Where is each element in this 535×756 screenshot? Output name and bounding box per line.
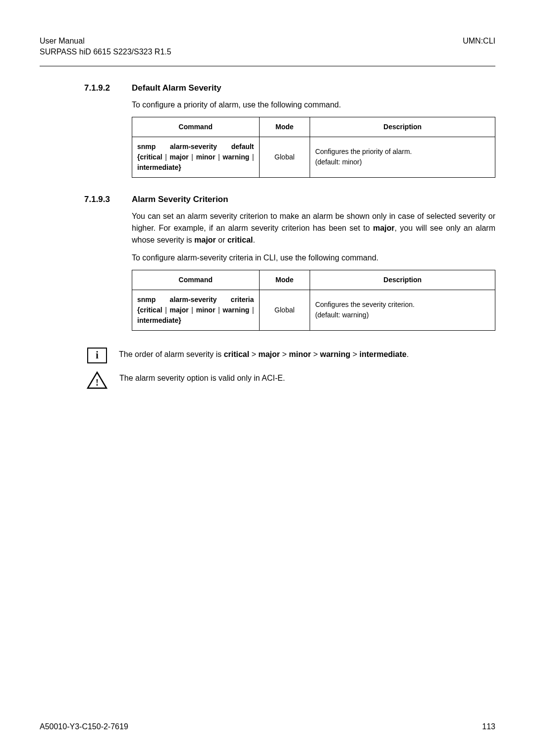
section-alarm-severity-criterion: 7.1.9.3 Alarm Severity Criterion You can… <box>84 195 495 331</box>
footer-docid: A50010-Y3-C150-2-7619 <box>40 722 128 731</box>
cmd-sep: | <box>215 153 223 161</box>
info-icon: i <box>87 348 107 363</box>
page-footer: A50010-Y3-C150-2-7619 113 <box>40 722 495 731</box>
command-table: Command Mode Description snmp alarm-seve… <box>132 117 495 178</box>
cmd-text: intermediate} <box>137 163 181 171</box>
cmd-text: major <box>170 306 189 314</box>
info-note: i The order of alarm severity is critica… <box>84 348 495 363</box>
cmd-sep: | <box>215 306 223 314</box>
th-description: Description <box>310 270 495 290</box>
bold-term: major <box>258 350 280 358</box>
description-cell: Configures the priority of alarm. (defau… <box>310 137 495 177</box>
description-cell: Configures the severity criterion. (defa… <box>310 290 495 330</box>
warning-text: The alarm severity option is valid only … <box>119 371 495 384</box>
th-command: Command <box>132 270 260 290</box>
mode-cell: Global <box>259 137 310 177</box>
body-paragraph: To configure alarm-severity criteria in … <box>132 252 495 264</box>
warning-icon: ! <box>87 371 107 389</box>
command-table: Command Mode Description snmp alarm-seve… <box>132 270 495 331</box>
warning-note: ! The alarm severity option is valid onl… <box>84 371 495 389</box>
product-line: SURPASS hiD 6615 S223/S323 R1.5 <box>40 47 171 57</box>
section-title: Default Alarm Severity <box>132 83 221 93</box>
bold-term: critical <box>224 350 250 358</box>
section-title: Alarm Severity Criterion <box>132 195 228 204</box>
note-text-part: > <box>311 350 320 358</box>
note-text-part: > <box>350 350 359 358</box>
section-default-alarm-severity: 7.1.9.2 Default Alarm Severity To config… <box>84 83 495 178</box>
section-number: 7.1.9.2 <box>84 83 120 93</box>
table-header-row: Command Mode Description <box>132 270 495 290</box>
bold-term: minor <box>289 350 311 358</box>
cmd-text: warning <box>223 153 250 161</box>
cmd-text: minor <box>196 306 215 314</box>
cmd-sep: | <box>189 153 196 161</box>
intro-paragraph: To configure a priority of alarm, use th… <box>132 99 495 111</box>
info-text: The order of alarm severity is critical … <box>119 348 495 360</box>
notes-area: i The order of alarm severity is critica… <box>84 348 495 389</box>
cmd-text: intermediate} <box>137 316 181 324</box>
body-paragraph: You can set an alarm severity criterion … <box>132 210 495 246</box>
para-text: . <box>253 236 255 244</box>
table-header-row: Command Mode Description <box>132 117 495 137</box>
note-text-part: The order of alarm severity is <box>119 350 224 358</box>
header-left: User Manual SURPASS hiD 6615 S223/S323 R… <box>40 36 171 58</box>
bold-term: major <box>373 224 395 232</box>
cmd-sep: | <box>162 153 170 161</box>
cmd-text: major <box>170 153 189 161</box>
bold-term: intermediate <box>360 350 407 358</box>
warning-glyph: ! <box>96 378 99 388</box>
th-mode: Mode <box>259 117 310 137</box>
para-text: or <box>216 236 227 244</box>
note-text-part: > <box>249 350 258 358</box>
doc-type: User Manual <box>40 36 171 47</box>
cmd-sep: | <box>249 153 254 161</box>
page-header: User Manual SURPASS hiD 6615 S223/S323 R… <box>40 36 495 66</box>
note-text-part: . <box>407 350 409 358</box>
bold-term: warning <box>320 350 350 358</box>
bold-term: critical <box>227 236 253 244</box>
section-heading: 7.1.9.3 Alarm Severity Criterion <box>84 195 495 204</box>
cmd-text: minor <box>196 153 215 161</box>
cmd-sep: | <box>189 306 196 314</box>
th-command: Command <box>132 117 260 137</box>
command-cell: snmp alarm-severity criteria {critical |… <box>132 290 260 330</box>
cmd-sep: | <box>249 306 254 314</box>
cmd-text: warning <box>223 306 250 314</box>
desc-line: Configures the priority of alarm. <box>315 147 490 157</box>
header-right: UMN:CLI <box>463 36 495 58</box>
section-body: You can set an alarm severity criterion … <box>132 210 495 331</box>
desc-line: Configures the severity criterion. <box>315 300 490 310</box>
section-heading: 7.1.9.2 Default Alarm Severity <box>84 83 495 93</box>
note-text-part: > <box>280 350 289 358</box>
mode-cell: Global <box>259 290 310 330</box>
table-row: snmp alarm-severity criteria {critical |… <box>132 290 495 330</box>
cmd-sep: | <box>162 306 170 314</box>
th-mode: Mode <box>259 270 310 290</box>
section-body: To configure a priority of alarm, use th… <box>132 99 495 178</box>
table-row: snmp alarm-severity default {critical | … <box>132 137 495 177</box>
th-description: Description <box>310 117 495 137</box>
desc-line: (default: minor) <box>315 157 490 167</box>
desc-line: (default: warning) <box>315 310 490 320</box>
bold-term: major <box>194 236 216 244</box>
command-cell: snmp alarm-severity default {critical | … <box>132 137 260 177</box>
section-number: 7.1.9.3 <box>84 195 120 204</box>
footer-pagenum: 113 <box>482 722 495 731</box>
